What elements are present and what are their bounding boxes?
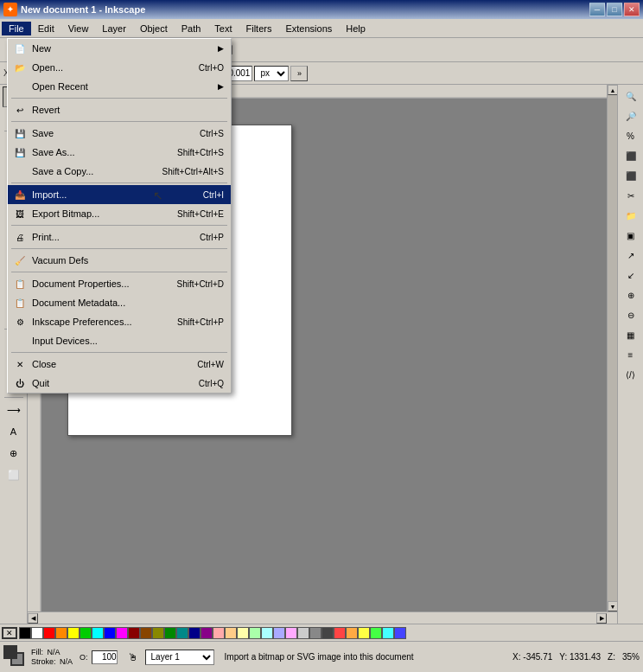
scroll-right-button[interactable]: ▶ (596, 613, 607, 624)
menu-entry-save-copy[interactable]: Save a Copy... Shift+Ctrl+Alt+S (8, 162, 231, 181)
menu-entry-open[interactable]: 📂 Open... Ctrl+O (8, 58, 231, 77)
opacity-input[interactable] (92, 650, 118, 664)
color-med-cyan[interactable] (382, 627, 394, 639)
menu-extensions[interactable]: Extensions (278, 22, 339, 35)
scroll-down-button[interactable]: ▼ (608, 601, 617, 611)
color-blue[interactable] (104, 627, 116, 639)
color-dark-gray[interactable] (322, 627, 334, 639)
rt-minus[interactable]: ⊖ (621, 305, 641, 324)
menu-entry-revert[interactable]: ↩ Revert (8, 100, 231, 119)
menu-text[interactable]: Text (207, 22, 239, 35)
eraser-tool[interactable]: ⬜ (3, 464, 25, 485)
color-med-green[interactable] (370, 627, 382, 639)
menu-object[interactable]: Object (133, 22, 175, 35)
menu-help[interactable]: Help (339, 22, 372, 35)
menu-file[interactable]: File (2, 22, 31, 35)
menu-entry-save[interactable]: 💾 Save Ctrl+S (8, 124, 231, 143)
color-black[interactable] (19, 627, 31, 639)
rt-xml[interactable]: ⟨/⟩ (621, 365, 641, 384)
minimize-button[interactable]: ─ (589, 3, 605, 16)
rt-view2[interactable]: ⬛ (621, 166, 641, 185)
expand-button[interactable]: » (290, 66, 308, 81)
rt-view1[interactable]: ⬛ (621, 146, 641, 165)
color-med-yellow[interactable] (358, 627, 370, 639)
color-light-yellow[interactable] (237, 627, 249, 639)
color-light-red[interactable] (213, 627, 225, 639)
rt-zoom-out[interactable]: 🔎 (621, 106, 641, 125)
no-color-swatch[interactable]: ✕ (2, 627, 17, 639)
title-bar-controls: ─ □ ✕ (589, 3, 640, 16)
menu-entry-save-as[interactable]: 💾 Save As... Shift+Ctrl+S (8, 143, 231, 162)
menu-layer[interactable]: Layer (95, 22, 133, 35)
menu-entry-new[interactable]: 📄 New ▶ (8, 39, 231, 58)
rt-arrow2[interactable]: ↙ (621, 266, 641, 285)
color-med-red[interactable] (334, 627, 346, 639)
mouse-cursor: ↖ (153, 189, 163, 202)
fill-box[interactable] (3, 645, 17, 659)
color-yellow[interactable] (67, 627, 80, 639)
spray-tool[interactable]: ⊕ (3, 443, 25, 464)
menu-entry-export-bitmap[interactable]: 🖼 Export Bitmap... Shift+Ctrl+E (8, 204, 231, 223)
menu-path[interactable]: Path (175, 22, 208, 35)
rt-arrow1[interactable]: ↗ (621, 246, 641, 265)
export-icon: 🖼 (13, 207, 27, 221)
color-light-orange[interactable] (225, 627, 237, 639)
menu-sep-1 (11, 98, 227, 99)
doc-meta-icon: 📋 (13, 296, 27, 310)
color-dark-red[interactable] (128, 627, 140, 639)
menu-entry-quit[interactable]: ⏻ Quit Ctrl+Q (8, 374, 231, 393)
color-light-magenta[interactable] (285, 627, 297, 639)
menu-entry-open-recent[interactable]: Open Recent ▶ (8, 77, 231, 96)
color-light-cyan[interactable] (261, 627, 273, 639)
menu-entry-vacuum-defs[interactable]: 🧹 Vacuum Defs (8, 251, 231, 270)
color-white[interactable] (31, 627, 43, 639)
color-magenta[interactable] (116, 627, 128, 639)
color-cyan[interactable] (92, 627, 104, 639)
doc-props-icon: 📋 (13, 277, 27, 291)
color-mid-gray[interactable] (309, 627, 322, 639)
color-dark-green[interactable] (164, 627, 176, 639)
menu-entry-import[interactable]: 📥 Import... Ctrl+I ↖ (8, 185, 231, 204)
rt-plus[interactable]: ⊕ (621, 285, 641, 304)
close-button[interactable]: ✕ (624, 3, 640, 16)
maximize-button[interactable]: □ (607, 3, 622, 16)
menu-edit[interactable]: Edit (31, 22, 61, 35)
menu-entry-doc-props[interactable]: 📋 Document Properties... Shift+Ctrl+D (8, 274, 231, 293)
rt-snap[interactable]: % (621, 126, 641, 145)
color-red[interactable] (43, 627, 55, 639)
scroll-v-track[interactable] (608, 95, 617, 601)
menu-filters[interactable]: Filters (239, 22, 279, 35)
color-light-gray[interactable] (297, 627, 309, 639)
color-light-green[interactable] (249, 627, 261, 639)
menu-entry-print[interactable]: 🖨 Print... Ctrl+P (8, 227, 231, 246)
color-dark-magenta[interactable] (201, 627, 213, 639)
zoom-label: Z: (608, 652, 615, 662)
menu-entry-input-devices[interactable]: Input Devices... (8, 331, 231, 350)
color-light-blue[interactable] (273, 627, 285, 639)
color-dark-yellow[interactable] (152, 627, 164, 639)
scroll-left-button[interactable]: ◀ (28, 613, 38, 624)
menu-view[interactable]: View (61, 22, 96, 35)
menu-entry-doc-meta[interactable]: 📋 Document Metadata... (8, 293, 231, 312)
color-med-orange[interactable] (346, 627, 358, 639)
connector-tool[interactable]: ⟶ (3, 400, 25, 420)
color-green[interactable] (80, 627, 92, 639)
rt-grid[interactable]: ▦ (621, 325, 641, 344)
color-dark-cyan[interactable] (176, 627, 188, 639)
rt-gradient[interactable]: ▣ (621, 226, 641, 245)
color-dark-blue[interactable] (188, 627, 201, 639)
unit-select[interactable]: px mm in (254, 66, 289, 81)
rt-scissors[interactable]: ✂ (621, 186, 641, 205)
scroll-up-button[interactable]: ▲ (608, 85, 617, 95)
menu-entry-close[interactable]: ✕ Close Ctrl+W (8, 355, 231, 374)
print-icon: 🖨 (13, 230, 27, 244)
color-orange[interactable] (55, 627, 67, 639)
rt-lines[interactable]: ≡ (621, 345, 641, 364)
menu-entry-inkscape-prefs[interactable]: ⚙ Inkscape Preferences... Shift+Ctrl+P (8, 312, 231, 331)
text-tool[interactable]: A (3, 421, 25, 442)
rt-open-folder[interactable]: 📁 (621, 206, 641, 225)
layer-select[interactable]: Layer 1 (145, 650, 214, 665)
color-med-blue[interactable] (394, 627, 406, 639)
color-dark-orange[interactable] (140, 627, 152, 639)
rt-zoom-in[interactable]: 🔍 (621, 86, 641, 106)
